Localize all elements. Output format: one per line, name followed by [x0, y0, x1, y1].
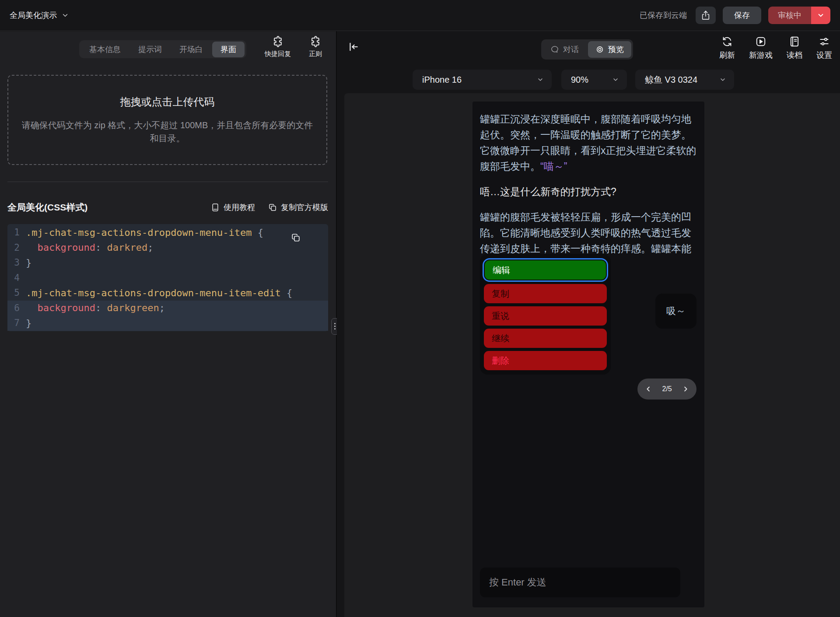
review-status-label: 审核中: [768, 7, 811, 24]
settings-button[interactable]: 设置: [816, 36, 832, 60]
section-divider: [7, 182, 328, 182]
eye-icon: [595, 45, 604, 54]
css-code-editor[interactable]: 1.mj-chat-msg-actions-dropdown-menu-item…: [7, 224, 328, 331]
dropzone-description: 请确保代码文件为 zip 格式，大小不超过 100MB，并且包含所有必要的文件和…: [20, 119, 315, 145]
new-game-button[interactable]: 新游戏: [749, 36, 773, 60]
chevron-down-icon: [61, 11, 69, 19]
project-title-dropdown[interactable]: 全局美化演示: [10, 10, 69, 21]
view-mode-toggle: 对话 预览: [541, 39, 633, 60]
code-upload-dropzone[interactable]: 拖拽或点击上传代码 请确保代码文件为 zip 格式，大小不超过 100MB，并且…: [7, 75, 327, 165]
page-indicator: 2/5: [662, 385, 672, 393]
load-save-button[interactable]: 读档: [787, 36, 802, 60]
code-line: 4: [7, 270, 328, 286]
tab-prompt[interactable]: 提示词: [130, 42, 170, 57]
book-icon: [211, 203, 220, 212]
chat-input[interactable]: [489, 577, 671, 588]
highlighted-dialogue: “喵～”: [540, 161, 567, 172]
menu-item-edit[interactable]: 编辑: [485, 260, 606, 280]
message-actions-menu: 编辑 复制 重说 继续 删除: [480, 254, 611, 375]
sliders-icon: [819, 36, 830, 47]
menu-item-continue[interactable]: 继续: [484, 329, 607, 348]
regex-label: 正则: [309, 50, 322, 58]
chevron-down-icon: [537, 76, 544, 83]
chevron-down-icon: [612, 76, 619, 83]
review-dropdown-button[interactable]: [811, 7, 830, 24]
preview-toolbar: 刷新 新游戏 读档 设置: [719, 36, 832, 60]
model-select[interactable]: 鲸鱼 V3 0324: [635, 70, 734, 90]
saved-status: 已保存到云端: [640, 10, 687, 21]
editor-tabs: 基本信息 提示词 开场白 界面: [79, 40, 246, 58]
tab-opening[interactable]: 开场白: [171, 42, 211, 57]
save-button[interactable]: 保存: [723, 7, 761, 24]
menu-item-delete[interactable]: 删除: [484, 351, 607, 370]
page-title: 全局美化演示: [10, 10, 57, 21]
tab-basic-info[interactable]: 基本信息: [81, 42, 129, 57]
code-line: 1.mj-chat-msg-actions-dropdown-menu-item…: [7, 225, 328, 240]
top-bar-actions: 已保存到云端 保存 审核中: [640, 7, 830, 24]
phone-screen: 罐罐正沉浸在深度睡眠中，腹部随着呼吸均匀地起伏。突然，一阵温暖的触感打断了它的美…: [472, 102, 704, 607]
review-status-split-button[interactable]: 审核中: [768, 7, 830, 24]
code-line: 5.mj-chat-msg-actions-dropdown-menu-item…: [7, 285, 328, 301]
css-section-header: 全局美化(CSS样式) 使用教程 复制官方模版: [7, 201, 328, 214]
preview-panel: 对话 预览 刷新 新游戏: [337, 32, 840, 617]
refresh-button[interactable]: 刷新: [719, 36, 735, 60]
puzzle-icon: [310, 36, 322, 48]
toggle-chat-mode[interactable]: 对话: [543, 41, 586, 58]
share-icon: [701, 11, 710, 20]
prev-page-button[interactable]: [644, 385, 652, 393]
regex-button[interactable]: 正则: [299, 36, 332, 58]
copy-icon: [291, 233, 301, 242]
zoom-select[interactable]: 90%: [561, 70, 627, 90]
code-line: 3}: [7, 255, 328, 270]
editor-panel: 基本信息 提示词 开场白 界面 快捷回复 正则 拖拽或点击上传代码 请确保代码文…: [0, 32, 336, 617]
share-button[interactable]: [696, 7, 716, 24]
next-page-button[interactable]: [682, 385, 690, 393]
copy-icon: [268, 203, 277, 212]
collapse-panel-button[interactable]: [348, 41, 359, 53]
tab-interface[interactable]: 界面: [212, 42, 245, 57]
menu-item-copy[interactable]: 复制: [484, 284, 607, 303]
dropzone-title: 拖拽或点击上传代码: [120, 95, 215, 109]
chat-input-container: [480, 568, 680, 597]
top-bar: 全局美化演示 已保存到云端 保存 审核中: [0, 0, 840, 31]
refresh-icon: [721, 36, 733, 47]
tutorial-button[interactable]: 使用教程: [211, 202, 255, 213]
copy-template-button[interactable]: 复制官方模版: [268, 202, 328, 213]
collapse-left-icon: [348, 41, 359, 53]
menu-item-regenerate[interactable]: 重说: [484, 306, 607, 326]
play-square-icon: [755, 36, 766, 47]
simulator-canvas: 罐罐正沉浸在深度睡眠中，腹部随着呼吸均匀地起伏。突然，一阵温暖的触感打断了它的美…: [344, 93, 840, 617]
quick-reply-button[interactable]: 快捷回复: [262, 36, 294, 58]
code-copy-button[interactable]: [291, 233, 301, 242]
toggle-preview-mode[interactable]: 预览: [588, 41, 631, 58]
assistant-message-paragraph: 罐罐正沉浸在深度睡眠中，腹部随着呼吸均匀地起伏。突然，一阵温暖的触感打断了它的美…: [480, 111, 697, 174]
app-window: 全局美化演示 已保存到云端 保存 审核中: [0, 0, 840, 617]
device-select[interactable]: iPhone 16: [413, 70, 552, 90]
user-message-bubble: 吸～: [655, 294, 696, 329]
quick-reply-label: 快捷回复: [265, 50, 291, 58]
journal-icon: [789, 36, 800, 47]
message-pagination: 2/5: [637, 379, 696, 400]
chat-bubble-icon: [550, 45, 559, 54]
chevron-down-icon: [817, 11, 825, 19]
puzzle-icon: [272, 36, 284, 48]
chevron-down-icon: [719, 76, 726, 83]
code-line-active: 7}: [7, 316, 328, 331]
css-section-title: 全局美化(CSS样式): [7, 201, 88, 214]
code-line-active: 6 background: darkgreen;: [7, 301, 328, 316]
code-line: 2 background: darkred;: [7, 240, 328, 256]
assistant-message-paragraph: 唔…这是什么新奇的打扰方式?: [480, 184, 697, 200]
